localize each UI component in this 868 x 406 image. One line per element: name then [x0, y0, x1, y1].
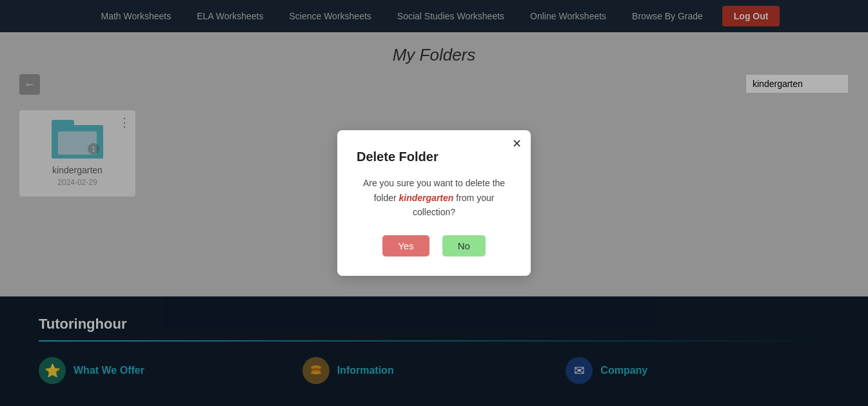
modal-body: Are you sure you want to delete the fold… — [357, 176, 511, 219]
modal-title: Delete Folder — [357, 150, 511, 164]
confirm-yes-button[interactable]: Yes — [382, 235, 429, 256]
delete-folder-modal: ✕ Delete Folder Are you sure you want to… — [337, 130, 531, 275]
modal-close-button[interactable]: ✕ — [512, 137, 522, 151]
modal-folder-name: kindergarten — [399, 193, 454, 203]
confirm-no-button[interactable]: No — [442, 235, 486, 256]
modal-buttons: Yes No — [357, 235, 511, 256]
modal-overlay: ✕ Delete Folder Are you sure you want to… — [0, 0, 868, 406]
